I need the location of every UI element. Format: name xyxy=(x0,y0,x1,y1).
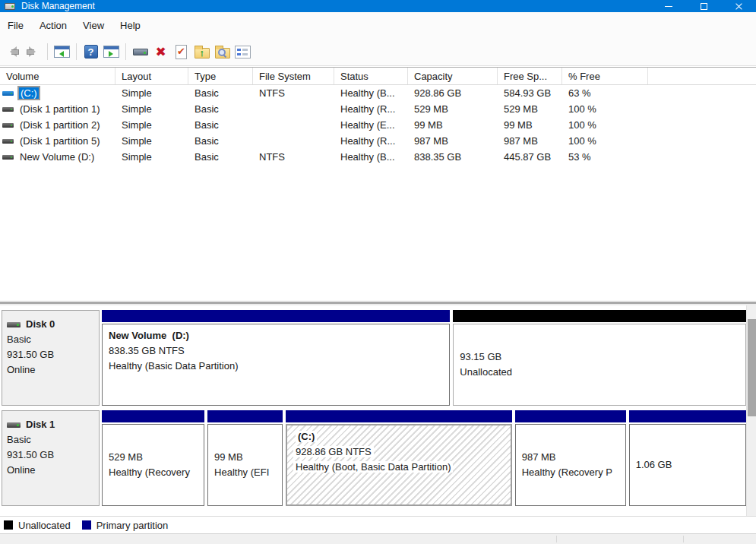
volume-row[interactable]: New Volume (D:)SimpleBasicNTFSHealthy (B… xyxy=(0,149,756,165)
cell-volume: (Disk 1 partition 1) xyxy=(0,103,115,115)
folder-up-button[interactable]: ↑ xyxy=(191,42,212,62)
close-button[interactable] xyxy=(721,0,756,12)
cell-volume: (C:) xyxy=(0,86,115,100)
partition[interactable]: 529 MBHealthy (Recovery xyxy=(102,410,204,506)
menu-help[interactable]: Help xyxy=(114,17,147,33)
cell-capacity: 99 MB xyxy=(408,119,498,131)
volume-label: (Disk 1 partition 5) xyxy=(17,134,102,147)
disk-name: Disk 1 xyxy=(26,417,55,432)
show-hide-pane-icon xyxy=(103,46,119,58)
disk-status-button[interactable] xyxy=(130,42,150,62)
cell-capacity: 987 MB xyxy=(408,135,498,147)
partition-box: New Volume (D:)838.35 GB NTFSHealthy (Ba… xyxy=(102,324,450,406)
volume-label: New Volume (D:) xyxy=(17,150,96,163)
volume-label: (C:) xyxy=(17,86,40,100)
cell-type: Basic xyxy=(188,87,253,99)
folder-search-button[interactable] xyxy=(212,42,232,62)
cell-pct_free: 53 % xyxy=(562,151,648,163)
column-header-capacity[interactable]: Capacity xyxy=(408,68,498,84)
console-tree-icon xyxy=(54,46,70,58)
legend: UnallocatedPrimary partition xyxy=(0,516,756,533)
column-header-layout[interactable]: Layout xyxy=(115,68,188,84)
back-button[interactable] xyxy=(2,42,23,62)
column-header-pct_free[interactable]: % Free xyxy=(562,68,648,84)
title-bar: Disk Management xyxy=(0,0,756,12)
app-icon xyxy=(5,3,15,10)
partition[interactable]: 1.06 GB xyxy=(629,410,746,506)
disk-icon xyxy=(7,322,21,327)
disk-type: Basic xyxy=(7,432,96,448)
menu-file[interactable]: File xyxy=(2,17,30,33)
column-header-type[interactable]: Type xyxy=(188,68,253,84)
console-tree-button[interactable] xyxy=(52,42,72,62)
partition-text: Healthy (EFI xyxy=(214,467,269,478)
help-button[interactable]: ? xyxy=(81,42,101,62)
legend-label: Unallocated xyxy=(18,520,71,531)
partition-box: 529 MBHealthy (Recovery xyxy=(102,424,204,506)
scrollbar-thumb[interactable] xyxy=(748,319,756,416)
partition[interactable]: New Volume (D:)838.35 GB NTFSHealthy (Ba… xyxy=(102,310,450,406)
column-header-status[interactable]: Status xyxy=(334,68,408,84)
volume-row[interactable]: (Disk 1 partition 5)SimpleBasicHealthy (… xyxy=(0,133,756,149)
partition-type-band xyxy=(629,410,746,422)
partition[interactable]: (C:)928.86 GB NTFSHealthy (Boot, Basic D… xyxy=(286,410,512,506)
delete-button[interactable]: ✖ xyxy=(150,42,171,62)
partition[interactable]: 99 MBHealthy (EFI xyxy=(207,410,283,506)
partition-text: 928.86 GB NTFS xyxy=(293,446,374,457)
partition-text: Healthy (Boot, Basic Data Partition) xyxy=(293,461,453,473)
disk-status-icon xyxy=(133,49,148,55)
cell-free_space: 584.93 GB xyxy=(498,87,562,99)
show-hide-button[interactable] xyxy=(101,42,122,62)
vertical-scrollbar[interactable] xyxy=(746,305,756,516)
properties-button[interactable] xyxy=(232,42,253,62)
pane-splitter[interactable] xyxy=(0,300,756,305)
task-check-button[interactable]: ✔ xyxy=(171,42,191,62)
volume-row[interactable]: (C:)SimpleBasicNTFSHealthy (B...928.86 G… xyxy=(0,85,756,101)
forward-button[interactable] xyxy=(23,42,43,62)
legend-label: Primary partition xyxy=(96,520,169,531)
cell-pct_free: 63 % xyxy=(562,87,648,99)
disk-state: Online xyxy=(7,362,96,378)
legend-swatch xyxy=(4,520,13,530)
cell-pct_free: 100 % xyxy=(562,135,648,147)
partition[interactable]: 987 MBHealthy (Recovery P xyxy=(515,410,626,506)
cell-free_space: 987 MB xyxy=(498,135,562,147)
disk-info-box[interactable]: Disk 0Basic931.50 GBOnline xyxy=(2,310,100,406)
cell-free_space: 529 MB xyxy=(498,103,562,115)
partition-text: 838.35 GB NTFS xyxy=(109,345,185,356)
maximize-button[interactable] xyxy=(686,0,721,12)
partition[interactable]: 93.15 GBUnallocated xyxy=(453,310,746,406)
menu-action[interactable]: Action xyxy=(33,17,73,33)
cell-capacity: 838.35 GB xyxy=(408,151,498,163)
volume-label: (Disk 1 partition 2) xyxy=(17,119,102,131)
volume-row[interactable]: (Disk 1 partition 1)SimpleBasicHealthy (… xyxy=(0,101,756,117)
cell-status: Healthy (R... xyxy=(334,103,408,115)
column-header-volume[interactable]: Volume xyxy=(0,68,115,84)
volume-drive-icon xyxy=(2,107,14,112)
graphical-view: Disk 0Basic931.50 GBOnlineNew Volume (D:… xyxy=(0,305,756,516)
volume-drive-icon xyxy=(2,123,14,128)
partition-strip: New Volume (D:)838.35 GB NTFSHealthy (Ba… xyxy=(102,310,746,406)
menu-view[interactable]: View xyxy=(77,17,110,33)
column-header-file_system[interactable]: File System xyxy=(253,68,334,84)
toolbar-separator xyxy=(76,43,77,60)
disk-icon xyxy=(7,422,21,428)
column-header-free_space[interactable]: Free Sp... xyxy=(498,68,562,84)
status-divider xyxy=(556,536,557,542)
partition-text: 99 MB xyxy=(214,451,243,463)
minimize-button[interactable] xyxy=(651,0,686,12)
partition-text: Healthy (Recovery P xyxy=(522,467,612,478)
properties-icon xyxy=(235,46,251,59)
help-icon: ? xyxy=(84,45,98,59)
volume-drive-icon xyxy=(2,91,14,96)
disk-info-box[interactable]: Disk 1Basic931.50 GBOnline xyxy=(2,410,100,506)
window-controls xyxy=(651,0,756,12)
cell-type: Basic xyxy=(188,151,253,163)
partition-type-band xyxy=(453,310,746,322)
list-header: VolumeLayoutTypeFile SystemStatusCapacit… xyxy=(0,67,756,85)
cell-layout: Simple xyxy=(115,135,188,147)
legend-swatch xyxy=(82,520,91,530)
toolbar-separator xyxy=(125,43,126,60)
volume-row[interactable]: (Disk 1 partition 2)SimpleBasicHealthy (… xyxy=(0,117,756,133)
disk-state: Online xyxy=(7,463,96,478)
